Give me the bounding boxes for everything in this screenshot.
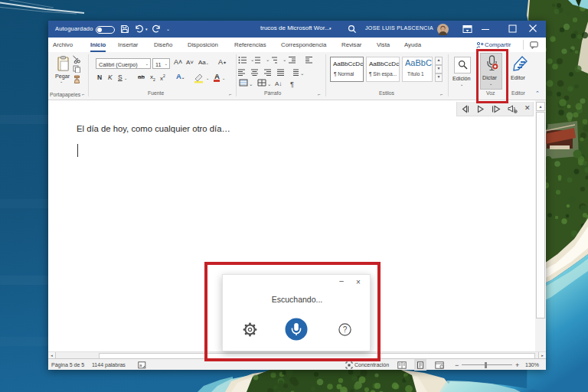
svg-text:⌄: ⌄ <box>249 81 253 87</box>
svg-text:⌄: ⌄ <box>266 57 270 62</box>
svg-text:⌄: ⌄ <box>267 81 271 87</box>
svg-text:¶: ¶ <box>290 80 294 88</box>
svg-text:A↓: A↓ <box>275 80 282 87</box>
svg-text:⌄: ⌄ <box>300 70 304 76</box>
svg-text:⌄: ⌄ <box>283 57 286 62</box>
svg-text:⌄: ⌄ <box>250 57 254 62</box>
